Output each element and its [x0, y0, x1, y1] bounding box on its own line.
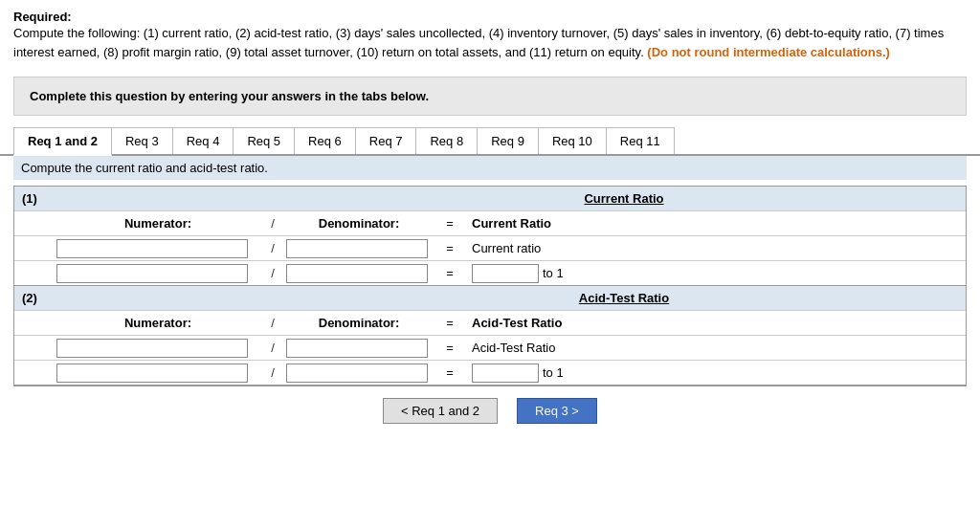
- subtitle-text: Compute the current ratio and acid-test …: [21, 161, 268, 175]
- acid-slash1: /: [263, 316, 282, 330]
- tab-req7[interactable]: Req 7: [356, 127, 417, 154]
- acid-to1-input[interactable]: [472, 364, 539, 383]
- acid-test-labels-row: Numerator: / Denominator: = Acid-Test Ra…: [14, 310, 966, 335]
- slash3: /: [263, 266, 282, 280]
- current-ratio-result-text: Current ratio: [472, 241, 541, 255]
- next-button[interactable]: Req 3 >: [517, 398, 597, 424]
- acid-slash2: /: [263, 341, 282, 355]
- result-value1: Current ratio: [464, 241, 656, 255]
- acid-denom-input1[interactable]: [286, 339, 428, 358]
- equals3: =: [435, 266, 464, 280]
- to1-input1[interactable]: [472, 264, 539, 283]
- required-title: Required:: [13, 10, 967, 24]
- acid-to1-label: to 1: [543, 365, 564, 380]
- denominator-input-cell1: [282, 237, 435, 260]
- spacer6: [53, 296, 263, 301]
- nav-buttons: < Req 1 and 2 Req 3 >: [13, 386, 967, 431]
- result-label1: Current Ratio: [464, 216, 617, 231]
- acid-input-row1: / = Acid-Test Ratio: [14, 335, 966, 360]
- acid-numerator-label: Numerator:: [53, 314, 263, 332]
- current-ratio-input-row1: / = Current ratio: [14, 235, 966, 260]
- tab-req3[interactable]: Req 3: [112, 127, 173, 154]
- acid-result-value1: Acid-Test Ratio: [464, 341, 656, 355]
- numerator-input1[interactable]: [56, 239, 248, 258]
- acid-denom-cell2: [282, 362, 435, 385]
- denominator-input-cell2: [282, 262, 435, 285]
- tab-req9[interactable]: Req 9: [478, 127, 539, 154]
- instruction-text: Complete this question by entering your …: [30, 89, 429, 103]
- current-ratio-section: (1) Current Ratio Numerator: / Denominat…: [14, 187, 966, 286]
- current-ratio-labels-row: Numerator: / Denominator: = Current Rati…: [14, 210, 966, 235]
- tab-req11[interactable]: Req 11: [607, 127, 675, 154]
- current-ratio-header: (1) Current Ratio: [14, 187, 966, 210]
- acid-numerator-cell1: [53, 337, 263, 360]
- tab-req1and2[interactable]: Req 1 and 2: [13, 127, 112, 156]
- acid-numerator-input2[interactable]: [56, 364, 248, 383]
- to1-cell: to 1: [464, 264, 656, 283]
- to1-label1: to 1: [543, 266, 564, 280]
- tab-req4[interactable]: Req 4: [173, 127, 234, 154]
- acid-test-section: (2) Acid-Test Ratio Numerator: / Denomin…: [14, 286, 966, 386]
- required-section: Required: Compute the following: (1) cur…: [0, 0, 980, 69]
- tabs-row: Req 1 and 2 Req 3 Req 4 Req 5 Req 6 Req …: [0, 127, 980, 156]
- acid-test-ratio-text: Acid-Test Ratio: [472, 341, 555, 355]
- required-text: Compute the following: (1) current ratio…: [13, 24, 967, 61]
- spacer1: [53, 196, 263, 202]
- equals2: =: [435, 241, 464, 255]
- acid-test-header: (2) Acid-Test Ratio: [14, 286, 966, 310]
- equals1: =: [435, 216, 464, 231]
- no-round-note: (Do not round intermediate calculations.…: [647, 45, 890, 59]
- acid-test-title: Acid-Test Ratio: [282, 288, 966, 308]
- current-ratio-title: Current Ratio: [282, 188, 966, 209]
- denominator-label: Denominator:: [282, 216, 435, 231]
- tab-req10[interactable]: Req 10: [539, 127, 607, 154]
- section1-number: (1): [14, 188, 53, 209]
- tab-req5[interactable]: Req 5: [234, 127, 295, 154]
- tab-content: Compute the current ratio and acid-test …: [13, 156, 967, 431]
- acid-denominator-label: Denominator:: [282, 316, 435, 330]
- tab-req6[interactable]: Req 6: [295, 127, 356, 154]
- acid-denom-input2[interactable]: [286, 364, 428, 383]
- acid-equals1: =: [435, 316, 464, 330]
- section2-number: (2): [14, 288, 53, 308]
- numerator-input-cell1: [53, 237, 263, 260]
- slash2: /: [263, 241, 282, 255]
- prev-button[interactable]: < Req 1 and 2: [383, 398, 498, 424]
- numerator-input-cell2: [53, 262, 263, 285]
- subtitle-bar: Compute the current ratio and acid-test …: [13, 156, 967, 180]
- acid-result-label: Acid-Test Ratio: [464, 316, 617, 330]
- acid-input-row2: / = to 1: [14, 360, 966, 385]
- tab-req8[interactable]: Req 8: [416, 127, 478, 154]
- acid-to1-cell: to 1: [464, 364, 656, 383]
- acid-numerator-input1[interactable]: [56, 339, 248, 358]
- acid-equals2: =: [435, 341, 464, 355]
- current-ratio-input-row2: / = to 1: [14, 260, 966, 285]
- slash1: /: [263, 216, 282, 231]
- denominator-input1[interactable]: [286, 239, 428, 258]
- instruction-box: Complete this question by entering your …: [13, 77, 967, 116]
- numerator-input2[interactable]: [56, 264, 248, 283]
- acid-equals3: =: [435, 365, 464, 380]
- ratio-table: (1) Current Ratio Numerator: / Denominat…: [13, 186, 967, 386]
- denominator-input2[interactable]: [286, 264, 428, 283]
- acid-denom-cell1: [282, 337, 435, 360]
- acid-numerator-cell2: [53, 362, 263, 385]
- numerator-label: Numerator:: [53, 214, 263, 232]
- acid-slash3: /: [263, 365, 282, 380]
